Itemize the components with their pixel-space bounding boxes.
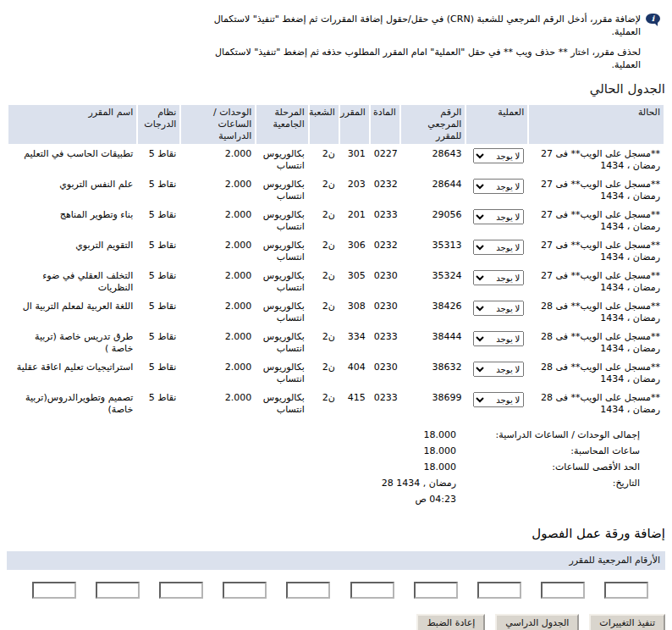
summary-label: إجمالى الوحدات / الساعات الدراسية: bbox=[456, 427, 640, 443]
page-content: i لإضافة مقرر، أدخل الرقم المرجعي للشعبة… bbox=[0, 2, 672, 630]
subject-cell: 0233 bbox=[371, 329, 399, 357]
grade-mode-cell: نقاط 5 bbox=[138, 298, 179, 327]
course-cell: 305 bbox=[340, 268, 369, 296]
header-subject: المادة bbox=[371, 105, 399, 144]
crn-input[interactable] bbox=[604, 582, 648, 599]
crn-input[interactable] bbox=[223, 582, 267, 599]
crn-input[interactable] bbox=[541, 582, 585, 599]
credits-cell: 2.000 bbox=[181, 268, 255, 296]
crn-input[interactable] bbox=[414, 582, 458, 599]
schedule-header-row: الحالة العملية الرقم المرجعي للمقرر الما… bbox=[8, 105, 664, 144]
header-course: المقرر bbox=[340, 105, 369, 144]
action-select[interactable]: لا يوجد bbox=[473, 240, 524, 255]
course-title-cell: طرق تدريس خاصة (تربية خاصة ) bbox=[8, 329, 136, 357]
course-cell: 404 bbox=[340, 359, 369, 388]
table-row: **مسجل على الويب** فى 28 رمضان ، 1434 لا… bbox=[8, 359, 664, 388]
table-row: **مسجل على الويب** فى 28 رمضان ، 1434 لا… bbox=[8, 390, 664, 418]
subject-cell: 0232 bbox=[371, 237, 399, 266]
course-cell: 306 bbox=[340, 237, 369, 266]
course-title-cell: تطبيقات الحاسب في التعليم bbox=[8, 146, 136, 174]
instructions-block: i لإضافة مقرر، أدخل الرقم المرجعي للشعبة… bbox=[7, 13, 660, 71]
header-status: الحالة bbox=[529, 105, 664, 144]
header-level: المرحلة الجامعية bbox=[256, 105, 307, 144]
action-select[interactable]: لا يوجد bbox=[473, 392, 524, 407]
action-select[interactable]: لا يوجد bbox=[473, 179, 524, 194]
grade-mode-cell: نقاط 5 bbox=[138, 176, 179, 205]
crn-input[interactable] bbox=[350, 582, 394, 599]
status-cell: **مسجل على الويب** فى 27 رمضان ، 1434 bbox=[529, 207, 664, 235]
current-schedule-title: الجدول الحالي bbox=[7, 81, 665, 97]
crn-cell: 38426 bbox=[401, 298, 465, 327]
grade-mode-cell: نقاط 5 bbox=[138, 268, 179, 296]
crn-input[interactable] bbox=[32, 582, 76, 599]
crn-cell: 28643 bbox=[401, 146, 465, 174]
crn-input[interactable] bbox=[477, 582, 521, 599]
action-select[interactable]: لا يوجد bbox=[473, 362, 524, 377]
summary-value: 18.000 bbox=[348, 459, 456, 475]
section-cell: ن2 bbox=[310, 146, 339, 174]
status-cell: **مسجل على الويب** فى 27 رمضان ، 1434 bbox=[529, 268, 664, 296]
course-title-cell: علم النفس التربوي bbox=[8, 176, 136, 205]
status-cell: **مسجل على الويب** فى 28 رمضان ، 1434 bbox=[529, 359, 664, 388]
action-cell: لا يوجد bbox=[466, 268, 527, 296]
credit-summary: إجمالى الوحدات / الساعات الدراسية: 18.00… bbox=[348, 427, 640, 507]
crn-inputs-row bbox=[32, 582, 648, 599]
level-cell: بكالوريوس انتساب bbox=[256, 146, 307, 174]
summary-value: 18.000 bbox=[348, 443, 456, 459]
credits-cell: 2.000 bbox=[181, 207, 255, 235]
section-cell: ن2 bbox=[310, 329, 339, 357]
subject-cell: 0233 bbox=[371, 207, 399, 235]
action-cell: لا يوجد bbox=[466, 390, 527, 418]
table-row: **مسجل على الويب** فى 27 رمضان ، 1434 لا… bbox=[8, 237, 664, 266]
crn-input[interactable] bbox=[96, 582, 140, 599]
reset-button[interactable]: إعادة الضبط bbox=[416, 614, 485, 630]
credits-cell: 2.000 bbox=[181, 146, 255, 174]
action-cell: لا يوجد bbox=[466, 298, 527, 327]
crn-header-bar: الأرقام المرجعية للمقرر bbox=[7, 551, 665, 570]
section-cell: ن2 bbox=[310, 268, 339, 296]
action-cell: لا يوجد bbox=[466, 207, 527, 235]
course-cell: 415 bbox=[340, 390, 369, 418]
current-schedule-table: الحالة العملية الرقم المرجعي للمقرر الما… bbox=[7, 103, 665, 420]
crn-cell: 38699 bbox=[401, 390, 465, 418]
action-select[interactable]: لا يوجد bbox=[473, 301, 524, 316]
level-cell: بكالوريوس انتساب bbox=[256, 207, 307, 235]
course-cell: 201 bbox=[340, 207, 369, 235]
status-cell: **مسجل على الويب** فى 27 رمضان ، 1434 bbox=[529, 176, 664, 205]
status-cell: **مسجل على الويب** فى 27 رمضان ، 1434 bbox=[529, 146, 664, 174]
action-select[interactable]: لا يوجد bbox=[473, 270, 524, 285]
course-cell: 203 bbox=[340, 176, 369, 205]
crn-input[interactable] bbox=[159, 582, 203, 599]
credits-cell: 2.000 bbox=[181, 390, 255, 418]
worksheet-title: إضافة ورقة عمل الفصول bbox=[7, 526, 665, 541]
summary-label: التاريخ: bbox=[456, 475, 640, 507]
submit-changes-button[interactable]: تنفيذ التغييرات bbox=[589, 614, 665, 630]
course-title-cell: بناء وتطوير المناهج bbox=[8, 207, 136, 235]
course-title-cell: التخلف العقلي في ضوء النظريات bbox=[8, 268, 136, 296]
table-row: **مسجل على الويب** فى 27 رمضان ، 1434 لا… bbox=[8, 146, 664, 174]
class-schedule-button[interactable]: الجدول الدراسي bbox=[495, 614, 579, 630]
credits-cell: 2.000 bbox=[181, 298, 255, 327]
summary-row-max-hours: الحد الأقصى للساعات: 18.000 bbox=[348, 459, 640, 475]
action-cell: لا يوجد bbox=[466, 359, 527, 388]
level-cell: بكالوريوس انتساب bbox=[256, 268, 307, 296]
grade-mode-cell: نقاط 5 bbox=[138, 390, 179, 418]
status-cell: **مسجل على الويب** فى 28 رمضان ، 1434 bbox=[529, 329, 664, 357]
grade-mode-cell: نقاط 5 bbox=[138, 146, 179, 174]
level-cell: بكالوريوس انتساب bbox=[256, 176, 307, 205]
grade-mode-cell: نقاط 5 bbox=[138, 359, 179, 388]
crn-input[interactable] bbox=[286, 582, 330, 599]
action-select[interactable]: لا يوجد bbox=[473, 148, 524, 163]
subject-cell: 0230 bbox=[371, 298, 399, 327]
action-select[interactable]: لا يوجد bbox=[473, 331, 524, 346]
grade-mode-cell: نقاط 5 bbox=[138, 207, 179, 235]
crn-cell: 35324 bbox=[401, 268, 465, 296]
subject-cell: 0233 bbox=[371, 390, 399, 418]
level-cell: بكالوريوس انتساب bbox=[256, 237, 307, 266]
table-row: **مسجل على الويب** فى 27 رمضان ، 1434 لا… bbox=[8, 207, 664, 235]
action-select[interactable]: لا يوجد bbox=[473, 209, 524, 224]
level-cell: بكالوريوس انتساب bbox=[256, 329, 307, 357]
subject-cell: 0230 bbox=[371, 359, 399, 388]
header-crn: الرقم المرجعي للمقرر bbox=[401, 105, 465, 144]
level-cell: بكالوريوس انتساب bbox=[256, 298, 307, 327]
